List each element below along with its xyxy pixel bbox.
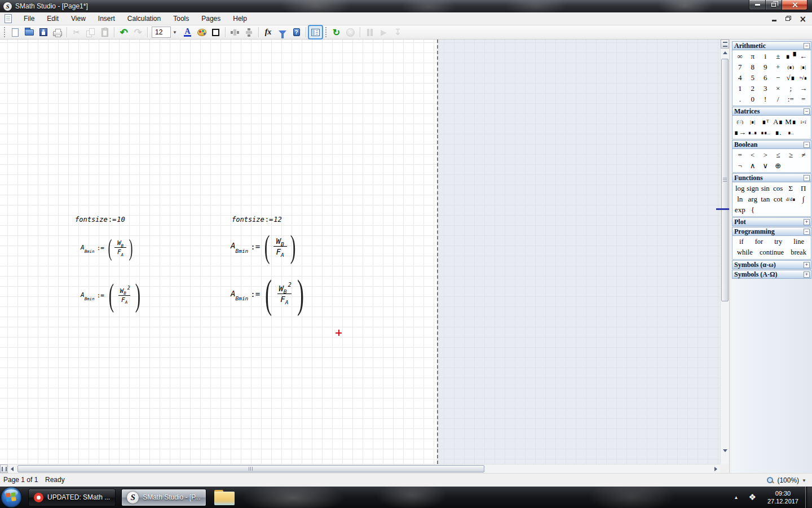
palette-button[interactable]: > — [759, 151, 772, 160]
palette-button[interactable]: / — [772, 95, 785, 104]
palette-button[interactable]: ln — [734, 195, 747, 204]
palette-button[interactable]: = — [797, 95, 810, 104]
palette-button[interactable]: i — [759, 52, 772, 61]
palette-button[interactable]: d/d∎ — [784, 196, 797, 202]
palette-button[interactable]: ∎▝ — [784, 52, 797, 61]
palette-button[interactable]: i×i — [797, 119, 810, 125]
palette-button[interactable]: 9 — [759, 63, 772, 72]
palette-button[interactable]: 4 — [734, 73, 747, 82]
palette-button[interactable]: |∎| — [797, 64, 810, 70]
panel-header-programming[interactable]: Programming− — [732, 227, 811, 236]
palette-button[interactable]: while — [735, 248, 755, 257]
split-view-handle[interactable] — [721, 40, 729, 49]
document-icon[interactable] — [5, 14, 12, 23]
close-button[interactable] — [782, 0, 807, 10]
palette-button[interactable]: ∎..∎ — [747, 130, 760, 135]
menu-edit[interactable]: Edit — [41, 13, 65, 24]
panel-header-plot[interactable]: Plot+ — [732, 217, 811, 226]
palette-button[interactable]: 1 — [734, 84, 747, 93]
palette-button[interactable]: . — [734, 95, 747, 104]
formula-abmin[interactable]: ABmin:=(WBFA) — [231, 231, 298, 261]
vertical-scroll-track[interactable] — [721, 57, 729, 446]
palette-button[interactable]: M∎ — [784, 117, 797, 126]
collapse-icon[interactable]: − — [804, 175, 810, 181]
palette-button[interactable]: ∨ — [759, 161, 772, 170]
menu-tools[interactable]: Tools — [167, 13, 195, 24]
palette-button[interactable]: ⊕ — [772, 161, 785, 170]
reference-book-button[interactable]: ? — [290, 26, 303, 38]
palette-button[interactable]: ≤ — [772, 151, 785, 160]
palette-button[interactable]: line — [791, 238, 806, 246]
palette-button[interactable]: Π — [797, 184, 810, 193]
panel-header-symbols-α-ω[interactable]: Symbols (α-ω)+ — [732, 260, 811, 269]
scroll-left-button[interactable] — [8, 465, 16, 473]
palette-button[interactable]: ∎.. — [784, 130, 797, 135]
split-view-handle-horizontal[interactable] — [0, 465, 8, 473]
taskbar-clock[interactable]: 09:30 27.12.2017 — [761, 489, 805, 505]
collapse-icon[interactable]: − — [804, 142, 810, 148]
panel-header-matrices[interactable]: Matrices− — [732, 107, 811, 116]
palette-button[interactable]: A∎ — [772, 117, 785, 126]
horizontal-scroll-track[interactable] — [16, 465, 712, 473]
mdi-minimize-button[interactable] — [772, 20, 776, 21]
horizontal-scrollbar[interactable] — [0, 464, 720, 473]
palette-button[interactable]: − — [772, 73, 785, 82]
palette-button[interactable]: 0 — [747, 95, 760, 104]
menu-calculation[interactable]: Calculation — [121, 13, 167, 24]
combo-dropdown-icon[interactable]: ▼ — [171, 30, 179, 35]
palette-button[interactable]: → — [797, 84, 810, 93]
side-panel-toggle-button[interactable] — [309, 26, 322, 38]
palette-button[interactable]: cos — [772, 184, 785, 193]
menu-file[interactable]: File — [17, 13, 41, 24]
zoom-control[interactable]: (100%) ▼ — [767, 474, 806, 487]
palette-button[interactable]: { — [747, 205, 760, 214]
palette-button[interactable]: Σ — [784, 184, 797, 193]
insert-function-button[interactable]: fx — [262, 26, 275, 38]
font-size-combo[interactable]: 12▼ — [152, 27, 179, 38]
palette-button[interactable]: ∎. — [772, 128, 785, 137]
print-button[interactable] — [51, 26, 64, 38]
palette-button[interactable]: arg — [747, 195, 760, 204]
palette-button[interactable]: ∧ — [747, 161, 760, 170]
palette-button[interactable]: |∎| — [747, 119, 760, 125]
palette-button[interactable]: 2 — [747, 84, 760, 93]
panel-header-arithmetic[interactable]: Arithmetic− — [732, 41, 811, 50]
palette-button[interactable]: ∫ — [797, 195, 810, 204]
palette-button[interactable]: ≠ — [797, 151, 810, 160]
align-vertical-button[interactable] — [242, 26, 255, 38]
palette-button[interactable]: ⁿ√∎ — [797, 75, 810, 81]
palette-button[interactable]: < — [747, 151, 760, 160]
palette-button[interactable]: sin — [759, 184, 772, 193]
open-button[interactable] — [23, 26, 36, 38]
palette-button[interactable]: × — [772, 84, 785, 93]
palette-button[interactable]: sign — [747, 184, 760, 193]
font-color-button[interactable]: A — [181, 26, 194, 38]
collapse-icon[interactable]: − — [804, 43, 810, 49]
palette-button[interactable]: ± — [772, 52, 785, 61]
palette-button[interactable]: 8 — [747, 63, 760, 72]
palette-button[interactable]: log — [734, 184, 747, 193]
palette-button[interactable]: π — [747, 52, 760, 61]
align-horizontal-button[interactable] — [228, 26, 241, 38]
taskbar-button-opera[interactable]: UPDATED: SMath ... — [28, 489, 116, 506]
palette-button[interactable]: ! — [759, 95, 772, 104]
horizontal-scroll-thumb[interactable] — [17, 465, 484, 472]
palette-button[interactable]: tan — [759, 195, 772, 204]
palette-button[interactable]: try — [772, 238, 784, 246]
palette-button[interactable]: 7 — [734, 63, 747, 72]
collapse-icon[interactable]: − — [804, 229, 810, 235]
show-desktop-button[interactable] — [805, 487, 812, 508]
undo-button[interactable]: ↶ — [117, 26, 130, 38]
formula-abmin[interactable]: ABmin:=(WB2FA) — [231, 275, 307, 313]
tray-expand-icon[interactable]: ▲ — [729, 495, 744, 500]
palette-button[interactable]: √∎ — [784, 73, 797, 82]
save-button[interactable] — [37, 26, 50, 38]
palette-button[interactable]: = — [734, 151, 747, 160]
palette-button[interactable]: + — [772, 63, 785, 72]
palette-button[interactable]: ← — [797, 52, 810, 61]
insert-filter-button[interactable] — [276, 26, 289, 38]
expand-icon[interactable]: + — [804, 271, 810, 278]
palette-button[interactable]: for — [753, 238, 766, 246]
dropbox-tray-icon[interactable]: ❖ — [744, 492, 760, 502]
formula-abmin[interactable]: ABmin:=(WB2FA) — [81, 281, 143, 310]
